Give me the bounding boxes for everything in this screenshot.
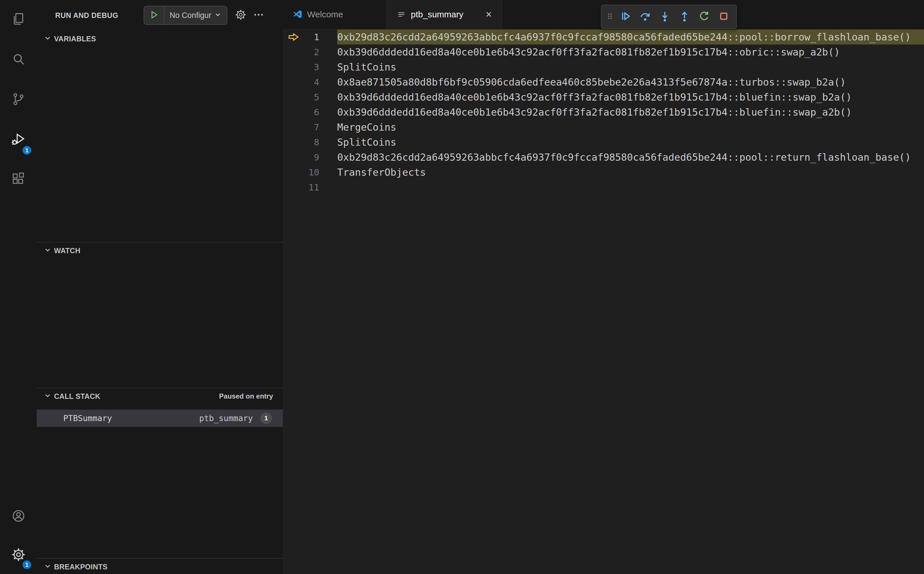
- sidebar-item-search[interactable]: [0, 40, 37, 80]
- gutter[interactable]: 5: [283, 90, 337, 105]
- editor-group: Welcome ptb_summary ×: [283, 0, 924, 574]
- gutter[interactable]: 6: [283, 105, 337, 120]
- step-over-button[interactable]: [636, 8, 654, 26]
- stop-button[interactable]: [715, 8, 733, 26]
- breakpoints-section: BREAKPOINTS: [37, 558, 283, 574]
- code-text[interactable]: MergeCoins: [337, 120, 924, 135]
- tab-welcome[interactable]: Welcome: [283, 0, 387, 29]
- code-text[interactable]: 0xb29d83c26cdd2a64959263abbcfc4a6937f0c9…: [337, 150, 924, 165]
- files-icon: [11, 12, 26, 28]
- tab-label: Welcome: [307, 9, 343, 19]
- step-out-button[interactable]: [675, 8, 693, 26]
- config-dropdown[interactable]: No Configur: [164, 11, 227, 20]
- variables-section: VARIABLES: [37, 31, 283, 242]
- code-line[interactable]: 7 MergeCoins: [283, 120, 924, 135]
- code-editor[interactable]: 1 0xb29d83c26cdd2a64959263abbcfc4a6937f0…: [283, 29, 924, 574]
- code-line[interactable]: 4 0x8ae871505a80d8bf6bf9c05906cda6edfeea…: [283, 74, 924, 90]
- gutter[interactable]: 3: [283, 60, 337, 74]
- variables-section-header[interactable]: VARIABLES: [37, 31, 283, 47]
- code-line[interactable]: 2 0xb39d6dddedd16ed8a40ce0b1e6b43c92acf0…: [283, 44, 924, 60]
- line-number: 9: [314, 152, 319, 162]
- code-text[interactable]: 0xb39d6dddedd16ed8a40ce0b1e6b43c92acf0ff…: [337, 44, 924, 60]
- close-icon[interactable]: ×: [486, 9, 492, 20]
- code-text[interactable]: 0x8ae871505a80d8bf6bf9c05906cda6edfeea46…: [337, 74, 924, 90]
- code-text[interactable]: 0xb39d6dddedd16ed8a40ce0b1e6b43c92acf0ff…: [337, 105, 924, 120]
- call-stack-title: CALL STACK: [54, 392, 100, 401]
- chevron-down-icon: [44, 392, 52, 401]
- sidebar-header: RUN AND DEBUG No Configur: [37, 0, 283, 31]
- gutter[interactable]: 1: [283, 30, 337, 44]
- call-stack-section-header[interactable]: CALL STACK Paused on entry: [37, 388, 283, 404]
- list-file-icon: [397, 9, 406, 19]
- code-text[interactable]: 0xb29d83c26cdd2a64959263abbcfc4a6937f0c9…: [337, 30, 924, 44]
- sidebar-item-explorer[interactable]: [0, 0, 37, 40]
- code-text[interactable]: 0xb39d6dddedd16ed8a40ce0b1e6b43c92acf0ff…: [337, 90, 924, 105]
- chevron-down-icon: [44, 246, 52, 255]
- debug-icon: [11, 132, 26, 147]
- code-line[interactable]: 8 SplitCoins: [283, 135, 924, 150]
- call-stack-row[interactable]: PTBSummary ptb_summary 1: [37, 410, 283, 427]
- more-actions-button[interactable]: [253, 9, 264, 22]
- code-line[interactable]: 9 0xb29d83c26cdd2a64959263abbcfc4a6937f0…: [283, 150, 924, 165]
- gutter[interactable]: 11: [283, 180, 337, 195]
- code-line[interactable]: 11: [283, 180, 924, 195]
- code-text[interactable]: [337, 180, 924, 195]
- current-line-marker-icon: [288, 32, 299, 43]
- code-line[interactable]: 3 SplitCoins: [283, 60, 924, 74]
- accounts-button[interactable]: [0, 497, 37, 536]
- account-icon: [11, 509, 26, 524]
- pause-status-label: Paused on entry: [219, 392, 273, 400]
- step-out-icon: [679, 10, 690, 23]
- watch-section-header[interactable]: WATCH: [37, 243, 283, 259]
- line-number: 3: [314, 62, 319, 72]
- code-line[interactable]: 5 0xb39d6dddedd16ed8a40ce0b1e6b43c92acf0…: [283, 90, 924, 105]
- gutter[interactable]: 7: [283, 120, 337, 135]
- continue-icon: [620, 10, 631, 23]
- debug-badge: 1: [22, 145, 32, 156]
- code-text[interactable]: SplitCoins: [337, 135, 924, 150]
- chevron-down-icon: [44, 562, 52, 571]
- gutter[interactable]: 2: [283, 44, 337, 60]
- tab-ptb-summary[interactable]: ptb_summary ×: [387, 0, 502, 29]
- step-into-button[interactable]: [656, 8, 674, 26]
- call-stack-section: CALL STACK Paused on entry PTBSummary pt…: [37, 388, 283, 558]
- line-number: 8: [314, 137, 319, 147]
- sidebar-title: RUN AND DEBUG: [55, 11, 118, 20]
- code-text[interactable]: SplitCoins: [337, 60, 924, 74]
- sidebar-item-run-and-debug[interactable]: 1: [0, 120, 37, 159]
- gripper-icon: [606, 10, 614, 23]
- line-number: 10: [309, 167, 319, 177]
- code-text[interactable]: TransferObjects: [337, 165, 924, 180]
- tab-label: ptb_summary: [411, 9, 463, 19]
- settings-badge: 1: [22, 560, 32, 570]
- settings-button[interactable]: 1: [0, 536, 37, 574]
- line-number: 4: [314, 77, 319, 87]
- open-launch-json-button[interactable]: [235, 9, 246, 22]
- sidebar-item-source-control[interactable]: [0, 80, 37, 120]
- line-number: 1: [314, 32, 319, 42]
- step-into-icon: [659, 10, 671, 23]
- line-number: 6: [314, 107, 319, 117]
- extensions-icon: [11, 172, 26, 187]
- stop-icon: [718, 10, 730, 23]
- gutter[interactable]: 8: [283, 135, 337, 150]
- breakpoints-section-header[interactable]: BREAKPOINTS: [37, 559, 283, 574]
- gutter[interactable]: 4: [283, 74, 337, 90]
- toolbar-drag-handle[interactable]: [605, 8, 615, 25]
- session-source: ptb_summary: [199, 413, 253, 423]
- gutter[interactable]: 10: [283, 165, 337, 180]
- continue-button[interactable]: [617, 8, 634, 26]
- code-line[interactable]: 10 TransferObjects: [283, 165, 924, 180]
- line-number: 5: [314, 92, 319, 102]
- code-line[interactable]: 1 0xb29d83c26cdd2a64959263abbcfc4a6937f0…: [283, 30, 924, 44]
- line-number: 11: [309, 182, 319, 192]
- chevron-down-icon: [44, 34, 52, 43]
- gutter[interactable]: 9: [283, 150, 337, 165]
- sidebar-item-extensions[interactable]: [0, 159, 37, 199]
- activity-bar: 1: [0, 0, 37, 574]
- code-line[interactable]: 6 0xb39d6dddedd16ed8a40ce0b1e6b43c92acf0…: [283, 105, 924, 120]
- restart-button[interactable]: [695, 8, 713, 26]
- search-icon: [11, 52, 26, 68]
- debug-toolbar: [601, 5, 737, 29]
- start-debug-button[interactable]: [144, 6, 164, 24]
